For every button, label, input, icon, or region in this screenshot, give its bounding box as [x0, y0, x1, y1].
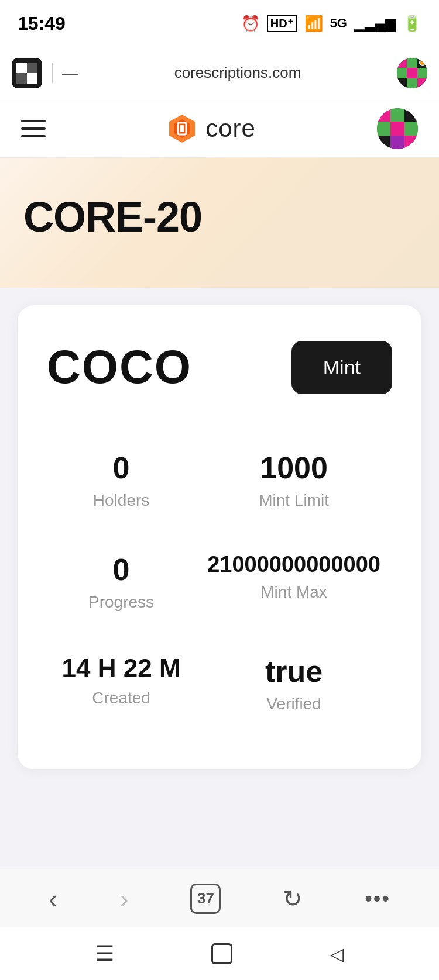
refresh-button[interactable]: ↻: [283, 885, 303, 912]
svg-rect-10: [417, 68, 427, 78]
refresh-icon: ↻: [283, 885, 303, 912]
svg-rect-12: [407, 78, 417, 88]
holders-label: Holders: [59, 491, 184, 510]
mint-max-value: 21000000000000: [207, 552, 380, 577]
browser-divider: [52, 63, 53, 84]
status-time: 15:49: [18, 13, 66, 34]
svg-point-28: [377, 108, 418, 149]
battery-icon: 🔋: [403, 15, 421, 33]
tabs-button[interactable]: 37: [190, 884, 221, 914]
hd-badge: HD⁺: [267, 15, 297, 32]
svg-rect-3: [16, 73, 27, 84]
url-text: corescriptions.com: [174, 64, 301, 82]
more-icon: •••: [365, 886, 390, 911]
bottom-spacer: [0, 828, 439, 869]
mint-max-label: Mint Max: [207, 583, 380, 602]
cell-signal-icon: ▁▂▄▆: [354, 15, 396, 32]
verified-label: Verified: [207, 695, 380, 713]
mint-button[interactable]: Mint: [291, 341, 392, 394]
url-bar[interactable]: corescriptions.com: [88, 64, 387, 82]
wifi-icon: 📶: [304, 15, 323, 33]
stat-mint-limit: 1000 Mint Limit: [196, 429, 392, 531]
hamburger-menu[interactable]: [21, 120, 46, 137]
svg-rect-13: [417, 78, 427, 88]
main-nav: core: [0, 99, 439, 158]
hero-section: CORE-20: [0, 158, 439, 288]
progress-label: Progress: [59, 593, 184, 612]
svg-rect-8: [397, 68, 407, 78]
signal-icon: 5G: [330, 16, 347, 31]
system-nav: ☰ ◁: [0, 927, 439, 980]
avatar-notification-dot: [419, 59, 426, 66]
bottom-browser-nav: ‹ › 37 ↻ •••: [0, 869, 439, 927]
token-header: COCO Mint: [47, 340, 392, 394]
stats-grid: 0 Holders 1000 Mint Limit 0 Progress 210…: [47, 429, 392, 734]
stat-progress: 0 Progress: [47, 531, 196, 633]
alarm-icon: ⏰: [241, 15, 260, 33]
stat-holders: 0 Holders: [47, 429, 196, 531]
created-label: Created: [59, 689, 184, 708]
token-name: COCO: [47, 340, 192, 394]
stat-verified: true Verified: [196, 633, 392, 734]
mint-limit-label: Mint Limit: [207, 491, 380, 510]
tab-count: 37: [190, 884, 221, 914]
verified-value: true: [207, 654, 380, 689]
status-bar: 15:49 ⏰ HD⁺ 📶 5G ▁▂▄▆ 🔋: [0, 0, 439, 47]
site-logo[interactable]: core: [167, 113, 256, 144]
status-icons: ⏰ HD⁺ 📶 5G ▁▂▄▆ 🔋: [241, 15, 421, 33]
svg-rect-6: [407, 58, 417, 68]
back-button[interactable]: ‹: [49, 883, 57, 915]
stat-created: 14 H 22 M Created: [47, 633, 196, 734]
svg-rect-17: [180, 125, 184, 132]
svg-rect-0: [16, 63, 27, 73]
token-card: COCO Mint 0 Holders 1000 Mint Limit 0 Pr…: [18, 305, 421, 769]
core-logo-icon: [167, 113, 197, 144]
mint-limit-value: 1000: [207, 450, 380, 485]
user-avatar-icon: [377, 108, 418, 149]
minimize-icon[interactable]: —: [62, 64, 78, 82]
created-value: 14 H 22 M: [59, 654, 184, 683]
hamburger-line-3: [21, 135, 46, 137]
forward-icon: ›: [119, 883, 128, 915]
svg-rect-5: [397, 58, 407, 68]
holders-value: 0: [59, 450, 184, 485]
svg-rect-1: [27, 73, 37, 84]
site-name: core: [205, 115, 256, 143]
user-avatar-nav[interactable]: [377, 108, 418, 149]
system-back-icon[interactable]: ◁: [330, 944, 344, 964]
back-icon: ‹: [49, 883, 57, 915]
more-button[interactable]: •••: [365, 886, 390, 911]
hamburger-line-2: [21, 127, 46, 130]
forward-button[interactable]: ›: [119, 883, 128, 915]
stat-mint-max: 21000000000000 Mint Max: [196, 531, 392, 633]
browser-bar: — corescriptions.com: [0, 47, 439, 99]
hamburger-line-1: [21, 120, 46, 122]
svg-rect-2: [27, 63, 37, 73]
checkerboard-icon: [16, 63, 37, 84]
system-menu-icon[interactable]: ☰: [95, 941, 114, 966]
svg-rect-11: [397, 78, 407, 88]
progress-value: 0: [59, 552, 184, 587]
browser-logo[interactable]: [12, 58, 42, 88]
system-home-icon[interactable]: [211, 943, 232, 964]
user-avatar-browser[interactable]: [397, 58, 427, 88]
svg-rect-9: [407, 68, 417, 78]
page-title: CORE-20: [23, 193, 416, 241]
card-section: COCO Mint 0 Holders 1000 Mint Limit 0 Pr…: [0, 288, 439, 828]
